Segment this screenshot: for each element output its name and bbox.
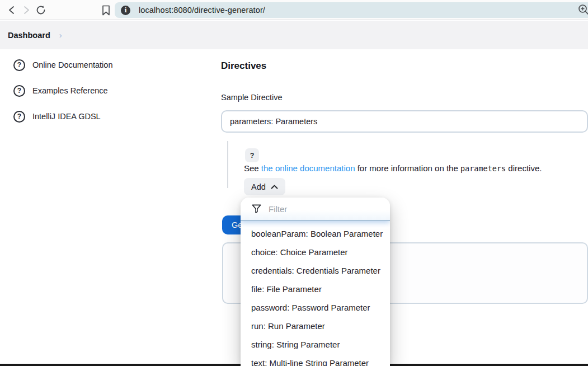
help-text-code: parameters: [460, 164, 506, 173]
back-icon[interactable]: [6, 4, 18, 16]
url-text[interactable]: localhost:8080/directive-generator/: [139, 6, 265, 15]
dropdown-item-file[interactable]: file: File Parameter: [241, 280, 390, 298]
filter-funnel-icon: [251, 204, 262, 214]
sidebar-item-label: Online Documentation: [32, 60, 112, 69]
dropdown-item-text[interactable]: text: Multi-line String Parameter: [241, 354, 390, 366]
help-circle-icon: ?: [13, 111, 25, 123]
reload-icon[interactable]: [35, 4, 47, 16]
breadcrumb-chevron-icon: ›: [59, 30, 62, 40]
add-button-label: Add: [251, 182, 266, 191]
dropdown-item-list: booleanParam: Boolean Parameter choice: …: [241, 221, 390, 366]
help-text-suffix: directive.: [506, 163, 542, 173]
help-circle-icon: ?: [13, 59, 25, 71]
sidebar-item-intellij-gdsl[interactable]: ? IntelliJ IDEA GDSL: [13, 110, 101, 123]
add-dropdown-menu: booleanParam: Boolean Parameter choice: …: [241, 198, 390, 366]
zoom-page-icon[interactable]: [577, 3, 588, 17]
help-text-prefix: See: [244, 163, 261, 173]
filter-input[interactable]: [269, 204, 375, 214]
sidebar-item-label: IntelliJ IDEA GDSL: [32, 112, 101, 121]
dropdown-item-string[interactable]: string: String Parameter: [241, 335, 390, 354]
dropdown-item-booleanParam[interactable]: booleanParam: Boolean Parameter: [241, 224, 390, 243]
browser-toolbar: i localhost:8080/directive-generator/: [0, 0, 588, 20]
page-title: Directives: [221, 60, 266, 72]
select-value: parameters: Parameters: [230, 117, 317, 126]
address-bar[interactable]: i localhost:8080/directive-generator/: [115, 2, 588, 18]
directive-generator-page: i localhost:8080/directive-generator/ Da…: [0, 0, 588, 366]
sidebar-item-online-documentation[interactable]: ? Online Documentation: [13, 58, 112, 72]
add-button[interactable]: Add: [244, 178, 285, 195]
help-text: See the online documentation for more in…: [244, 163, 542, 173]
sample-directive-select[interactable]: parameters: Parameters: [221, 110, 588, 133]
forward-icon[interactable]: [20, 4, 32, 16]
sidebar-item-examples-reference[interactable]: ? Examples Reference: [13, 84, 108, 97]
sample-directive-label: Sample Directive: [221, 93, 283, 102]
dropdown-filter-row: [241, 198, 390, 221]
dropdown-item-password[interactable]: password: Password Parameter: [241, 298, 390, 317]
bookmark-icon[interactable]: [100, 4, 112, 16]
help-text-middle: for more information on the: [355, 163, 460, 173]
site-info-icon[interactable]: i: [121, 6, 130, 15]
help-button[interactable]: ?: [245, 148, 259, 162]
dropdown-item-run[interactable]: run: Run Parameter: [241, 317, 390, 335]
breadcrumb-dashboard[interactable]: Dashboard: [8, 31, 50, 40]
dropdown-item-choice[interactable]: choice: Choice Parameter: [241, 243, 390, 261]
chevron-up-icon: [271, 185, 278, 189]
online-documentation-link[interactable]: the online documentation: [261, 163, 355, 173]
form-indent-line: [227, 141, 228, 188]
dropdown-item-credentials[interactable]: credentials: Credentials Parameter: [241, 261, 390, 280]
breadcrumb: Dashboard ›: [0, 21, 588, 49]
sidebar-item-label: Examples Reference: [32, 86, 108, 95]
help-circle-icon: ?: [13, 85, 25, 97]
